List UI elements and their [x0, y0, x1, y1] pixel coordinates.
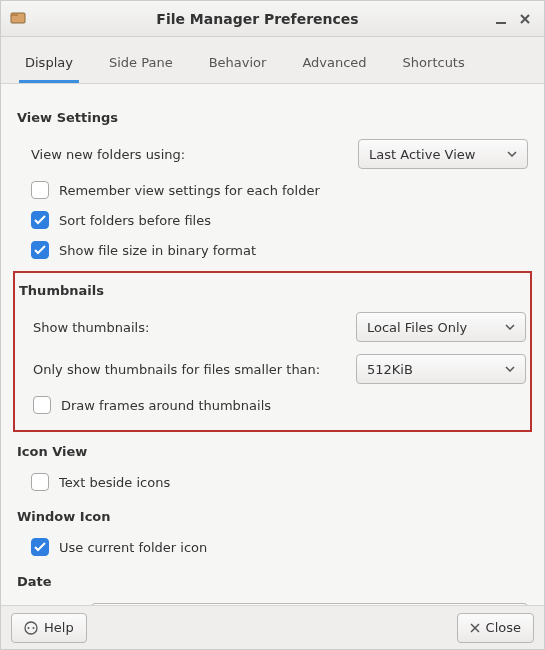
view-settings-heading: View Settings	[17, 110, 528, 125]
text-beside-label: Text beside icons	[59, 475, 170, 490]
tab-bar: Display Side Pane Behavior Advanced Shor…	[1, 37, 544, 84]
date-format-row: Format: Today	[17, 597, 528, 605]
thumbnail-size-row: Only show thumbnails for files smaller t…	[19, 348, 526, 390]
use-current-folder-row: Use current folder icon	[17, 532, 528, 562]
use-current-folder-label: Use current folder icon	[59, 540, 207, 555]
view-new-folders-label: View new folders using:	[31, 147, 348, 162]
date-heading: Date	[17, 574, 528, 589]
text-beside-checkbox[interactable]	[31, 473, 49, 491]
close-icon	[470, 623, 480, 633]
content-area: View Settings View new folders using: La…	[1, 84, 544, 605]
show-thumbnails-select[interactable]: Local Files Only	[356, 312, 526, 342]
tab-behavior[interactable]: Behavior	[203, 47, 273, 83]
dialog-footer: Help Close	[1, 605, 544, 649]
thumbnails-highlight: Thumbnails Show thumbnails: Local Files …	[13, 271, 532, 432]
chevron-down-icon	[505, 366, 515, 372]
draw-frames-label: Draw frames around thumbnails	[61, 398, 271, 413]
help-button-label: Help	[44, 620, 74, 635]
icon-view-heading: Icon View	[17, 444, 528, 459]
window-title: File Manager Preferences	[27, 11, 488, 27]
tab-advanced[interactable]: Advanced	[296, 47, 372, 83]
show-thumbnails-value: Local Files Only	[367, 320, 497, 335]
close-window-button[interactable]	[514, 8, 536, 30]
thumbnails-heading: Thumbnails	[19, 283, 526, 298]
thumbnail-size-select[interactable]: 512KiB	[356, 354, 526, 384]
tab-side-pane[interactable]: Side Pane	[103, 47, 179, 83]
close-button-label: Close	[486, 620, 521, 635]
sort-folders-label: Sort folders before files	[59, 213, 211, 228]
svg-point-3	[25, 622, 37, 634]
remember-view-label: Remember view settings for each folder	[59, 183, 320, 198]
svg-point-5	[33, 627, 35, 629]
sort-folders-row: Sort folders before files	[17, 205, 528, 235]
draw-frames-checkbox[interactable]	[33, 396, 51, 414]
window-icon-heading: Window Icon	[17, 509, 528, 524]
use-current-folder-checkbox[interactable]	[31, 538, 49, 556]
sort-folders-checkbox[interactable]	[31, 211, 49, 229]
chevron-down-icon	[507, 151, 517, 157]
minimize-button[interactable]	[490, 8, 512, 30]
close-button[interactable]: Close	[457, 613, 534, 643]
help-button[interactable]: Help	[11, 613, 87, 643]
app-icon	[9, 10, 27, 28]
binary-size-label: Show file size in binary format	[59, 243, 256, 258]
svg-point-4	[28, 627, 30, 629]
show-thumbnails-label: Show thumbnails:	[33, 320, 346, 335]
view-new-folders-value: Last Active View	[369, 147, 499, 162]
thumbnail-size-value: 512KiB	[367, 362, 497, 377]
titlebar: File Manager Preferences	[1, 1, 544, 37]
svg-rect-2	[496, 22, 506, 24]
remember-view-checkbox[interactable]	[31, 181, 49, 199]
thumbnail-size-label: Only show thumbnails for files smaller t…	[33, 362, 346, 377]
show-thumbnails-row: Show thumbnails: Local Files Only	[19, 306, 526, 348]
view-new-folders-row: View new folders using: Last Active View	[17, 133, 528, 175]
draw-frames-row: Draw frames around thumbnails	[19, 390, 526, 420]
tab-shortcuts[interactable]: Shortcuts	[397, 47, 471, 83]
text-beside-row: Text beside icons	[17, 467, 528, 497]
binary-size-checkbox[interactable]	[31, 241, 49, 259]
remember-view-row: Remember view settings for each folder	[17, 175, 528, 205]
view-new-folders-select[interactable]: Last Active View	[358, 139, 528, 169]
binary-size-row: Show file size in binary format	[17, 235, 528, 265]
tab-display[interactable]: Display	[19, 47, 79, 83]
svg-rect-1	[11, 13, 18, 16]
help-icon	[24, 621, 38, 635]
chevron-down-icon	[505, 324, 515, 330]
